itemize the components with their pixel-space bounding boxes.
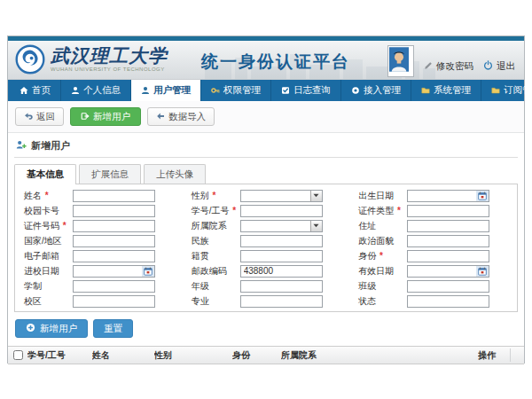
grade-input[interactable] [240, 280, 323, 293]
add-user-icon [16, 140, 27, 152]
user-icon [141, 86, 150, 95]
class-input[interactable] [407, 280, 489, 293]
nav-tab-0[interactable]: 首页 [8, 80, 61, 101]
political-status-input[interactable] [407, 235, 489, 247]
field-control [407, 295, 489, 308]
nav-tab-2[interactable]: 用户管理 [131, 80, 201, 101]
required-asterisk: * [377, 251, 383, 261]
field-campus: 校区 [15, 293, 183, 309]
submit-add-user-button[interactable]: 新增用户 [15, 319, 88, 338]
field-control [73, 250, 155, 262]
required-asterisk: * [395, 206, 401, 215]
add-user-toolbar-button[interactable]: 新增用户 [70, 107, 141, 126]
required-asterisk: * [210, 191, 216, 200]
calendar-icon[interactable] [142, 266, 154, 277]
form-tab-2[interactable]: 上传头像 [144, 164, 206, 184]
export-icon [81, 112, 90, 122]
field-country-region: 国家/地区 [15, 233, 183, 248]
field-label: 住址 [358, 220, 407, 232]
home-icon [20, 86, 28, 95]
field-control [240, 265, 323, 278]
status-input[interactable] [407, 295, 489, 308]
logout-link[interactable]: 退出 [483, 60, 515, 73]
logout-label: 退出 [497, 60, 515, 73]
postal-code-input[interactable] [240, 265, 323, 278]
campus-input[interactable] [73, 295, 155, 308]
form-tab-1[interactable]: 扩展信息 [79, 164, 141, 184]
field-ethnicity: 民族 [183, 233, 350, 248]
form-tabs: 基本信息扩展信息上传头像 [14, 164, 518, 184]
field-label: 学号/工号 * [192, 205, 240, 217]
col-header-4: 所属院系 [281, 349, 478, 362]
field-control [407, 220, 489, 232]
col-header-0: 学号/工号 [27, 349, 92, 362]
back-label: 返回 [36, 111, 55, 123]
identity-input[interactable] [407, 250, 489, 262]
section-header: 新增用户 [14, 137, 518, 158]
calendar-icon[interactable] [476, 266, 489, 277]
field-name: 姓名 * [15, 188, 183, 203]
header: 武汉理工大学 WUHAN UNIVERSITY OF TECHNOLOGY 统一… [8, 41, 524, 80]
select-all-cell [8, 350, 27, 360]
field-birth-date: 出生日期 [349, 188, 517, 203]
required-asterisk: * [43, 191, 49, 200]
field-control [240, 235, 323, 247]
nav-tab-label: 日志查询 [293, 84, 331, 97]
field-label: 身份 * [358, 250, 407, 262]
chevron-down-icon[interactable] [310, 191, 322, 201]
field-gender: 性别 * [183, 188, 350, 203]
user-avatar[interactable] [387, 45, 414, 77]
field-label: 进校日期 [24, 265, 73, 278]
field-label: 状态 [358, 295, 407, 308]
schooling-length-input[interactable] [73, 280, 155, 293]
chevron-down-icon[interactable] [310, 221, 322, 231]
field-valid-date: 有效日期 [349, 263, 517, 278]
nav-tab-7[interactable]: 订阅管理 [481, 80, 532, 101]
ethnicity-input[interactable] [240, 235, 323, 247]
form-actions: 新增用户 重置 [15, 319, 524, 338]
field-label: 电子邮箱 [24, 250, 73, 262]
log-check-icon [281, 86, 290, 95]
native-place-input[interactable] [240, 250, 323, 262]
nav-tab-1[interactable]: 个人信息 [61, 80, 131, 101]
nav-tab-4[interactable]: 日志查询 [271, 80, 341, 101]
change-password-link[interactable]: 修改密码 [424, 60, 473, 73]
field-control [73, 280, 155, 293]
nav-tab-label: 个人信息 [83, 84, 121, 97]
field-label: 校园卡号 [24, 205, 73, 217]
student-id-input[interactable] [240, 205, 323, 217]
field-control [407, 265, 489, 278]
toolbar: 返回 新增用户 数据导入 [8, 101, 524, 133]
id-type-input[interactable] [407, 205, 489, 217]
nav-tab-3[interactable]: 权限管理 [201, 80, 271, 101]
nav-tab-label: 权限管理 [223, 84, 261, 97]
field-major: 专业 [183, 293, 350, 309]
field-class: 班级 [349, 278, 517, 293]
calendar-icon[interactable] [476, 191, 489, 201]
nav-tab-5[interactable]: 接入管理 [341, 80, 411, 101]
add-user-toolbar-label: 新增用户 [93, 111, 130, 123]
reset-button[interactable]: 重置 [93, 319, 133, 338]
nav-tab-6[interactable]: 系统管理 [411, 80, 481, 101]
field-label: 所属院系 [192, 220, 240, 232]
address-input[interactable] [407, 220, 489, 232]
major-input[interactable] [240, 295, 323, 308]
platform-title: 统一身份认证平台 [201, 51, 350, 74]
field-control [240, 220, 323, 232]
field-schooling-length: 学制 [15, 278, 183, 293]
country-region-input[interactable] [73, 235, 155, 247]
name-input[interactable] [73, 190, 155, 202]
form-tab-0[interactable]: 基本信息 [14, 164, 76, 184]
field-campus-card: 校园卡号 [15, 203, 183, 218]
field-label: 姓名 * [24, 190, 73, 202]
field-label: 有效日期 [358, 265, 407, 278]
data-import-button[interactable]: 数据导入 [147, 107, 215, 126]
select-all-checkbox[interactable] [13, 350, 23, 360]
col-header-1: 姓名 [92, 349, 154, 362]
id-number-input[interactable] [73, 220, 155, 232]
nav-tab-label: 首页 [32, 84, 51, 97]
email-input[interactable] [73, 250, 155, 262]
campus-card-input[interactable] [73, 205, 155, 217]
university-name-en: WUHAN UNIVERSITY OF TECHNOLOGY [51, 66, 168, 72]
back-button[interactable]: 返回 [15, 107, 64, 126]
